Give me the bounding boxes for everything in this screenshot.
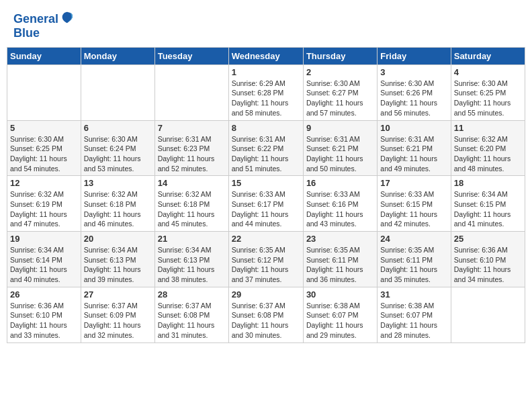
calendar-day-30: 30Sunrise: 6:38 AM Sunset: 6:07 PM Dayli… (303, 287, 377, 342)
calendar-table: SundayMondayTuesdayWednesdayThursdayFrid… (7, 47, 525, 343)
calendar-week-row: 26Sunrise: 6:36 AM Sunset: 6:10 PM Dayli… (7, 287, 525, 342)
day-info: Sunrise: 6:35 AM Sunset: 6:12 PM Dayligh… (232, 245, 300, 285)
calendar-day-10: 10Sunrise: 6:31 AM Sunset: 6:21 PM Dayli… (378, 120, 451, 176)
calendar-day-17: 17Sunrise: 6:33 AM Sunset: 6:15 PM Dayli… (378, 176, 451, 232)
calendar-day-9: 9Sunrise: 6:31 AM Sunset: 6:21 PM Daylig… (303, 120, 377, 176)
day-number: 27 (84, 289, 152, 300)
day-info: Sunrise: 6:31 AM Sunset: 6:21 PM Dayligh… (306, 134, 374, 174)
weekday-header-saturday: Saturday (451, 47, 525, 64)
day-info: Sunrise: 6:33 AM Sunset: 6:17 PM Dayligh… (232, 189, 300, 229)
day-number: 23 (306, 234, 374, 244)
calendar-day-21: 21Sunrise: 6:34 AM Sunset: 6:13 PM Dayli… (154, 232, 228, 287)
day-number: 15 (232, 178, 300, 188)
day-number: 26 (10, 289, 78, 300)
day-number: 28 (158, 289, 226, 300)
day-number: 24 (380, 234, 447, 244)
calendar-day-25: 25Sunrise: 6:36 AM Sunset: 6:10 PM Dayli… (451, 232, 525, 287)
day-info: Sunrise: 6:30 AM Sunset: 6:24 PM Dayligh… (84, 134, 152, 174)
logo-text-blue: Blue (13, 27, 75, 40)
day-info: Sunrise: 6:37 AM Sunset: 6:09 PM Dayligh… (84, 301, 152, 340)
day-info: Sunrise: 6:31 AM Sunset: 6:23 PM Dayligh… (158, 134, 226, 174)
day-info: Sunrise: 6:29 AM Sunset: 6:28 PM Dayligh… (232, 79, 300, 118)
weekday-header-row: SundayMondayTuesdayWednesdayThursdayFrid… (7, 47, 525, 64)
day-number: 22 (232, 234, 300, 244)
day-info: Sunrise: 6:30 AM Sunset: 6:26 PM Dayligh… (380, 79, 447, 118)
day-info: Sunrise: 6:33 AM Sunset: 6:16 PM Dayligh… (306, 189, 374, 229)
calendar-day-26: 26Sunrise: 6:36 AM Sunset: 6:10 PM Dayli… (7, 287, 81, 342)
day-number: 9 (306, 123, 374, 133)
day-info: Sunrise: 6:34 AM Sunset: 6:13 PM Dayligh… (158, 245, 226, 285)
calendar-day-23: 23Sunrise: 6:35 AM Sunset: 6:11 PM Dayli… (303, 232, 377, 287)
weekday-header-sunday: Sunday (7, 47, 81, 64)
calendar-day-13: 13Sunrise: 6:32 AM Sunset: 6:18 PM Dayli… (81, 176, 154, 232)
calendar-day-29: 29Sunrise: 6:37 AM Sunset: 6:08 PM Dayli… (228, 287, 303, 342)
weekday-header-thursday: Thursday (303, 47, 377, 64)
weekday-header-monday: Monday (81, 47, 154, 64)
calendar-day-6: 6Sunrise: 6:30 AM Sunset: 6:24 PM Daylig… (81, 120, 154, 176)
day-number: 19 (10, 234, 78, 244)
day-number: 25 (454, 234, 522, 244)
calendar-day-31: 31Sunrise: 6:38 AM Sunset: 6:07 PM Dayli… (378, 287, 451, 342)
day-info: Sunrise: 6:32 AM Sunset: 6:18 PM Dayligh… (158, 189, 226, 229)
day-info: Sunrise: 6:35 AM Sunset: 6:11 PM Dayligh… (380, 245, 447, 285)
day-info: Sunrise: 6:34 AM Sunset: 6:13 PM Dayligh… (84, 245, 152, 285)
day-info: Sunrise: 6:30 AM Sunset: 6:25 PM Dayligh… (454, 79, 522, 118)
calendar-day-18: 18Sunrise: 6:34 AM Sunset: 6:15 PM Dayli… (451, 176, 525, 232)
day-info: Sunrise: 6:30 AM Sunset: 6:25 PM Dayligh… (10, 134, 78, 174)
day-number: 10 (380, 123, 447, 133)
calendar-day-22: 22Sunrise: 6:35 AM Sunset: 6:12 PM Dayli… (228, 232, 303, 287)
calendar-day-12: 12Sunrise: 6:32 AM Sunset: 6:19 PM Dayli… (7, 176, 81, 232)
day-number: 17 (380, 178, 447, 188)
day-info: Sunrise: 6:37 AM Sunset: 6:08 PM Dayligh… (232, 301, 300, 340)
day-number: 3 (380, 67, 447, 77)
day-number: 14 (158, 178, 226, 188)
day-number: 12 (10, 178, 78, 188)
day-info: Sunrise: 6:31 AM Sunset: 6:22 PM Dayligh… (232, 134, 300, 174)
calendar-week-row: 19Sunrise: 6:34 AM Sunset: 6:14 PM Dayli… (7, 232, 525, 287)
calendar-day-2: 2Sunrise: 6:30 AM Sunset: 6:27 PM Daylig… (303, 64, 377, 120)
day-info: Sunrise: 6:38 AM Sunset: 6:07 PM Dayligh… (306, 301, 374, 340)
day-number: 16 (306, 178, 374, 188)
calendar-day-1: 1Sunrise: 6:29 AM Sunset: 6:28 PM Daylig… (228, 64, 303, 120)
day-info: Sunrise: 6:34 AM Sunset: 6:14 PM Dayligh… (10, 245, 78, 285)
calendar-day-28: 28Sunrise: 6:37 AM Sunset: 6:08 PM Dayli… (154, 287, 228, 342)
calendar-empty-cell (81, 64, 154, 120)
day-number: 7 (158, 123, 226, 133)
day-info: Sunrise: 6:35 AM Sunset: 6:11 PM Dayligh… (306, 245, 374, 285)
calendar-day-15: 15Sunrise: 6:33 AM Sunset: 6:17 PM Dayli… (228, 176, 303, 232)
day-number: 2 (306, 67, 374, 77)
calendar-day-11: 11Sunrise: 6:32 AM Sunset: 6:20 PM Dayli… (451, 120, 525, 176)
day-number: 13 (84, 178, 152, 188)
day-info: Sunrise: 6:30 AM Sunset: 6:27 PM Dayligh… (306, 79, 374, 118)
calendar-day-16: 16Sunrise: 6:33 AM Sunset: 6:16 PM Dayli… (303, 176, 377, 232)
day-number: 5 (10, 123, 78, 133)
calendar-day-8: 8Sunrise: 6:31 AM Sunset: 6:22 PM Daylig… (228, 120, 303, 176)
calendar-week-row: 5Sunrise: 6:30 AM Sunset: 6:25 PM Daylig… (7, 120, 525, 176)
calendar-empty-cell (451, 287, 525, 342)
logo-icon (60, 11, 75, 26)
day-info: Sunrise: 6:32 AM Sunset: 6:20 PM Dayligh… (454, 134, 522, 174)
day-info: Sunrise: 6:36 AM Sunset: 6:10 PM Dayligh… (10, 301, 78, 340)
day-info: Sunrise: 6:32 AM Sunset: 6:18 PM Dayligh… (84, 189, 152, 229)
day-info: Sunrise: 6:33 AM Sunset: 6:15 PM Dayligh… (380, 189, 447, 229)
calendar-empty-cell (154, 64, 228, 120)
calendar-day-27: 27Sunrise: 6:37 AM Sunset: 6:09 PM Dayli… (81, 287, 154, 342)
day-info: Sunrise: 6:31 AM Sunset: 6:21 PM Dayligh… (380, 134, 447, 174)
weekday-header-wednesday: Wednesday (228, 47, 303, 64)
calendar-day-19: 19Sunrise: 6:34 AM Sunset: 6:14 PM Dayli… (7, 232, 81, 287)
day-number: 18 (454, 178, 522, 188)
calendar-empty-cell (7, 64, 81, 120)
calendar-week-row: 1Sunrise: 6:29 AM Sunset: 6:28 PM Daylig… (7, 64, 525, 120)
day-info: Sunrise: 6:32 AM Sunset: 6:19 PM Dayligh… (10, 189, 78, 229)
calendar-week-row: 12Sunrise: 6:32 AM Sunset: 6:19 PM Dayli… (7, 176, 525, 232)
calendar-day-4: 4Sunrise: 6:30 AM Sunset: 6:25 PM Daylig… (451, 64, 525, 120)
calendar-day-14: 14Sunrise: 6:32 AM Sunset: 6:18 PM Dayli… (154, 176, 228, 232)
day-number: 8 (232, 123, 300, 133)
weekday-header-tuesday: Tuesday (154, 47, 228, 64)
day-number: 30 (306, 289, 374, 300)
day-number: 6 (84, 123, 152, 133)
calendar-day-7: 7Sunrise: 6:31 AM Sunset: 6:23 PM Daylig… (154, 120, 228, 176)
day-info: Sunrise: 6:34 AM Sunset: 6:15 PM Dayligh… (454, 189, 522, 229)
day-number: 20 (84, 234, 152, 244)
day-number: 1 (232, 67, 300, 77)
